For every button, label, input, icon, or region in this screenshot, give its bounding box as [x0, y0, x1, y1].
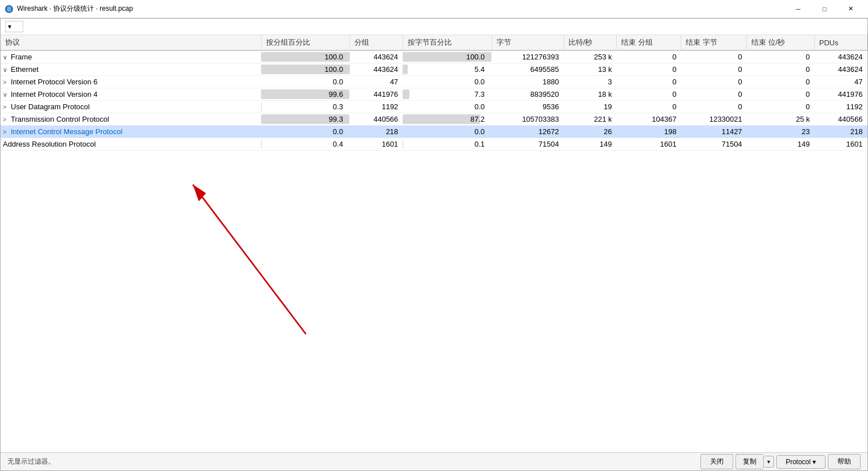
pdus-cell: 441976	[814, 88, 867, 101]
protocol-button[interactable]: Protocol ▾	[776, 455, 826, 469]
filter-dropdown[interactable]: ▾	[5, 21, 23, 32]
pct-bytes-cell: 87.2	[403, 113, 491, 126]
packets-cell: 1192	[350, 101, 403, 113]
pct-bytes-cell: 0.1	[403, 138, 491, 151]
pdus-cell: 1192	[814, 101, 867, 113]
tree-toggle[interactable]: ∨	[3, 66, 11, 74]
bytes-cell: 1880	[491, 76, 563, 88]
table-wrapper: 协议 按分组百分比 分组 按字节百分比 字节 比特/秒 结束 分组 结束 字节 …	[1, 35, 867, 452]
end-bytes-cell: 0	[681, 88, 747, 101]
dropdown-arrow: ▾	[8, 23, 11, 31]
pdus-cell: 443624	[814, 63, 867, 76]
tree-toggle[interactable]: >	[3, 79, 11, 85]
help-button[interactable]: 帮助	[828, 454, 861, 469]
end-bits-sec-cell: 0	[747, 50, 815, 63]
dropdown-bar: ▾	[1, 19, 867, 35]
main-window: ▾ 协议 按分组百分比 分组 按字节百分比 字节 比特/秒 结束 分组 结束 字…	[0, 18, 868, 471]
table-row[interactable]: >Internet Protocol Version 60.0470.01880…	[1, 76, 867, 88]
tree-toggle[interactable]: ∨	[3, 91, 11, 99]
tree-toggle[interactable]: >	[3, 129, 11, 135]
end-bytes-cell: 0	[681, 101, 747, 113]
col-protocol[interactable]: 协议	[1, 35, 261, 50]
protocol-cell: Address Resolution Protocol	[1, 138, 261, 151]
table-row[interactable]: >User Datagram Protocol0.311920.09536190…	[1, 101, 867, 113]
copy-arrow-button[interactable]: ▾	[763, 456, 774, 468]
table-header-row: 协议 按分组百分比 分组 按字节百分比 字节 比特/秒 结束 分组 结束 字节 …	[1, 35, 867, 50]
table-container[interactable]: 协议 按分组百分比 分组 按字节百分比 字节 比特/秒 结束 分组 结束 字节 …	[1, 35, 867, 452]
col-end-packets[interactable]: 结束 分组	[617, 35, 681, 50]
packets-cell: 218	[350, 126, 403, 138]
pct-packets-cell: 99.3	[261, 113, 350, 126]
minimize-button[interactable]: ─	[785, 0, 811, 18]
pct-packets-cell: 0.0	[261, 126, 350, 138]
end-bits-sec-cell: 0	[747, 88, 815, 101]
table-row[interactable]: ∨Internet Protocol Version 499.64419767.…	[1, 88, 867, 101]
pct-packets-cell: 0.0	[261, 76, 350, 88]
protocol-name: User Datagram Protocol	[11, 102, 89, 111]
col-pdus[interactable]: PDUs	[814, 35, 867, 50]
col-bits-sec[interactable]: 比特/秒	[563, 35, 617, 50]
bits-sec-cell: 19	[563, 101, 617, 113]
col-pct-bytes[interactable]: 按字节百分比	[403, 35, 491, 50]
col-packets[interactable]: 分组	[350, 35, 403, 50]
end-packets-cell: 0	[617, 63, 681, 76]
pct-packets-cell: 0.4	[261, 138, 350, 151]
packets-cell: 1601	[350, 138, 403, 151]
filter-status: 无显示过滤器。	[7, 457, 55, 466]
tree-toggle[interactable]: >	[3, 104, 11, 110]
end-packets-cell: 1601	[617, 138, 681, 151]
table-body: ∨Frame100.0443624100.0121276393253 k0004…	[1, 50, 867, 151]
protocol-cell: >Internet Control Message Protocol	[1, 126, 261, 138]
packets-cell: 440566	[350, 113, 403, 126]
close-button[interactable]: ✕	[837, 0, 863, 18]
bytes-cell: 9536	[491, 101, 563, 113]
end-packets-cell: 104367	[617, 113, 681, 126]
table-row[interactable]: >Transmission Control Protocol99.3440566…	[1, 113, 867, 126]
packets-cell: 441976	[350, 88, 403, 101]
pdus-cell: 47	[814, 76, 867, 88]
bytes-cell: 121276393	[491, 50, 563, 63]
pct-bytes-cell: 100.0	[403, 50, 491, 63]
tree-toggle[interactable]: ∨	[3, 54, 11, 61]
close-button[interactable]: 关闭	[700, 454, 733, 469]
end-packets-cell: 0	[617, 50, 681, 63]
table-row[interactable]: ∨Frame100.0443624100.0121276393253 k0004…	[1, 50, 867, 63]
end-bytes-cell: 11427	[681, 126, 747, 138]
bits-sec-cell: 26	[563, 126, 617, 138]
col-end-bits-sec[interactable]: 结束 位/秒	[747, 35, 815, 50]
bytes-cell: 8839520	[491, 88, 563, 101]
protocol-name: Internet Control Message Protocol	[11, 127, 122, 136]
maximize-button[interactable]: □	[811, 0, 837, 18]
app-icon	[5, 5, 14, 14]
col-pct-packets[interactable]: 按分组百分比	[261, 35, 350, 50]
packets-cell: 443624	[350, 63, 403, 76]
bytes-cell: 12672	[491, 126, 563, 138]
table-row[interactable]: Address Resolution Protocol0.416010.1715…	[1, 138, 867, 151]
bytes-cell: 6495585	[491, 63, 563, 76]
end-bytes-cell: 0	[681, 50, 747, 63]
table-row[interactable]: ∨Ethernet100.04436245.4649558513 k000443…	[1, 63, 867, 76]
bytes-cell: 105703383	[491, 113, 563, 126]
tree-toggle[interactable]: >	[3, 116, 11, 123]
end-packets-cell: 0	[617, 76, 681, 88]
packets-cell: 47	[350, 76, 403, 88]
pct-bytes-cell: 7.3	[403, 88, 491, 101]
bits-sec-cell: 13 k	[563, 63, 617, 76]
protocol-cell: ∨Ethernet	[1, 63, 261, 76]
pct-packets-cell: 100.0	[261, 50, 350, 63]
bottom-bar: 无显示过滤器。 关闭 复制 ▾ Protocol ▾ 帮助	[1, 452, 867, 470]
protocol-cell: ∨Frame	[1, 50, 261, 63]
protocol-cell: >Transmission Control Protocol	[1, 113, 261, 126]
protocol-cell: >User Datagram Protocol	[1, 101, 261, 113]
pct-packets-cell: 0.3	[261, 101, 350, 113]
col-bytes[interactable]: 字节	[491, 35, 563, 50]
pct-packets-cell: 99.6	[261, 88, 350, 101]
table-row[interactable]: >Internet Control Message Protocol0.0218…	[1, 126, 867, 138]
titlebar: Wireshark · 协议分级统计 · result.pcap ─ □ ✕	[0, 0, 868, 18]
col-end-bytes[interactable]: 结束 字节	[681, 35, 747, 50]
pdus-cell: 218	[814, 126, 867, 138]
protocol-table: 协议 按分组百分比 分组 按字节百分比 字节 比特/秒 结束 分组 结束 字节 …	[1, 35, 867, 151]
pdus-cell: 443624	[814, 50, 867, 63]
copy-main-button[interactable]: 复制	[736, 454, 763, 469]
bottom-actions: 关闭 复制 ▾ Protocol ▾ 帮助	[700, 454, 861, 469]
